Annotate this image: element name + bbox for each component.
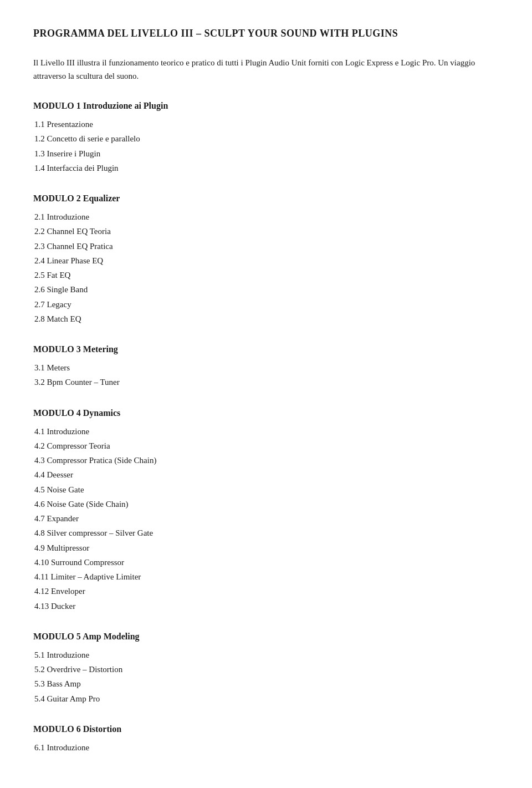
module-item-4-6: 4.6 Noise Gate (Side Chain): [33, 497, 499, 511]
module-heading-5: MODULO 5 Amp Modeling: [33, 630, 499, 643]
module-item-4-2: 4.2 Compressor Teoria: [33, 439, 499, 453]
module-item-2-1: 2.1 Introduzione: [33, 210, 499, 224]
module-item-5-2: 5.2 Overdrive – Distortion: [33, 662, 499, 677]
page-title: PROGRAMMA DEL LIVELLO III – SCULPT YOUR …: [33, 27, 499, 40]
module-item-4-3: 4.3 Compressor Pratica (Side Chain): [33, 453, 499, 467]
module-item-4-4: 4.4 Deesser: [33, 467, 499, 482]
module-item-2-8: 2.8 Match EQ: [33, 312, 499, 326]
module-item-4-1: 4.1 Introduzione: [33, 424, 499, 439]
module-item-4-12: 4.12 Enveloper: [33, 584, 499, 598]
module-item-4-11: 4.11 Limiter – Adaptive Limiter: [33, 570, 499, 584]
module-heading-6: MODULO 6 Distortion: [33, 723, 499, 736]
module-item-2-2: 2.2 Channel EQ Teoria: [33, 224, 499, 238]
module-item-2-4: 2.4 Linear Phase EQ: [33, 253, 499, 268]
module-item-2-3: 2.3 Channel EQ Pratica: [33, 239, 499, 253]
module-item-1-3: 1.3 Inserire i Plugin: [33, 146, 499, 161]
module-heading-4: MODULO 4 Dynamics: [33, 406, 499, 420]
module-item-1-2: 1.2 Concetto di serie e parallelo: [33, 131, 499, 146]
module-item-1-4: 1.4 Interfaccia dei Plugin: [33, 161, 499, 175]
module-heading-3: MODULO 3 Metering: [33, 343, 499, 356]
module-item-4-7: 4.7 Expander: [33, 511, 499, 526]
module-item-5-1: 5.1 Introduzione: [33, 648, 499, 662]
module-item-1-1: 1.1 Presentazione: [33, 117, 499, 131]
module-item-5-4: 5.4 Guitar Amp Pro: [33, 692, 499, 706]
module-item-4-5: 4.5 Noise Gate: [33, 482, 499, 497]
module-item-4-8: 4.8 Silver compressor – Silver Gate: [33, 526, 499, 540]
module-item-2-7: 2.7 Legacy: [33, 297, 499, 312]
module-item-2-5: 2.5 Fat EQ: [33, 268, 499, 282]
module-heading-2: MODULO 2 Equalizer: [33, 192, 499, 205]
modules-container: MODULO 1 Introduzione ai Plugin1.1 Prese…: [33, 99, 499, 755]
module-heading-1: MODULO 1 Introduzione ai Plugin: [33, 99, 499, 113]
module-item-2-6: 2.6 Single Band: [33, 282, 499, 297]
intro-paragraph: Il Livello III illustra il funzionamento…: [33, 56, 499, 83]
module-item-6-1: 6.1 Introduzione: [33, 740, 499, 755]
module-item-4-13: 4.13 Ducker: [33, 599, 499, 613]
module-item-3-2: 3.2 Bpm Counter – Tuner: [33, 375, 499, 389]
module-item-4-10: 4.10 Surround Compressor: [33, 555, 499, 570]
module-item-5-3: 5.3 Bass Amp: [33, 677, 499, 691]
module-item-3-1: 3.1 Meters: [33, 360, 499, 375]
module-item-4-9: 4.9 Multipressor: [33, 541, 499, 555]
